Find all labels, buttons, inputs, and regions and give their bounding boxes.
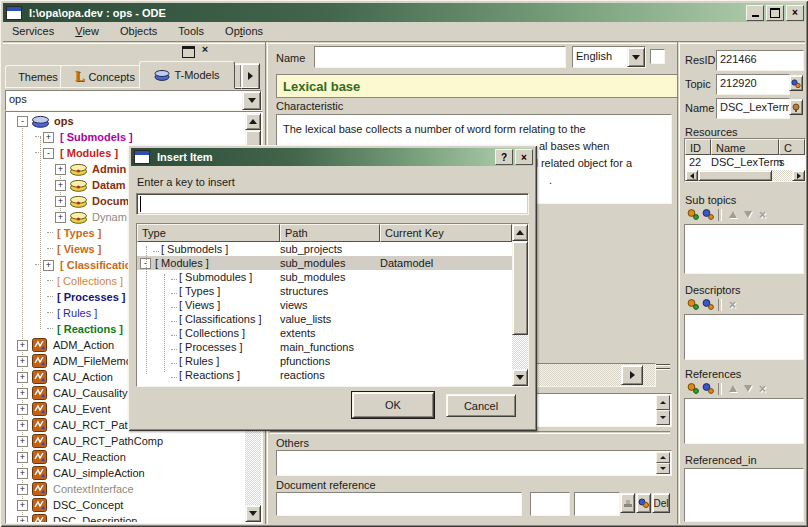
scroll-thumb[interactable] — [512, 241, 528, 335]
tab-concepts[interactable]: L Concepts — [60, 65, 150, 89]
resources-table[interactable]: ID Name C 22 DSC_LexTerm s — [684, 138, 806, 182]
document-reference-open-button[interactable] — [620, 493, 635, 513]
column-current-key[interactable]: Current Key — [380, 224, 512, 242]
menu-objects[interactable]: Objects — [111, 22, 166, 40]
translation-spinner[interactable] — [656, 395, 670, 425]
menu-options[interactable]: Options — [216, 22, 272, 40]
scroll-thumb[interactable] — [698, 170, 772, 181]
expander-icon[interactable]: + — [55, 180, 66, 191]
menu-services[interactable]: Services — [3, 22, 63, 40]
tab-t-models[interactable]: T-Models — [139, 61, 235, 89]
language-checkbox[interactable] — [650, 49, 665, 64]
dialog-titlebar[interactable]: Insert Item ? × — [131, 148, 534, 166]
model-combobox[interactable]: ops — [5, 90, 262, 111]
add-descriptor-icon[interactable] — [685, 298, 700, 311]
delete-icon[interactable]: × — [725, 298, 740, 311]
dialog-help-button[interactable]: ? — [495, 149, 513, 165]
dialog-row-reactions[interactable]: [ Reactions ] reactions — [137, 368, 512, 382]
scroll-up-button[interactable] — [512, 224, 528, 241]
resources-row[interactable]: 22 DSC_LexTerm s — [685, 155, 805, 169]
minimize-button[interactable] — [746, 5, 764, 21]
name-pick-button[interactable] — [789, 99, 803, 115]
tree-item-class[interactable]: +DSC_Description — [7, 513, 245, 522]
add-topic-icon[interactable] — [685, 208, 700, 221]
column-type[interactable]: Type — [137, 224, 280, 242]
topic-pick-button[interactable] — [789, 75, 803, 91]
references-list[interactable] — [684, 398, 804, 444]
ok-button[interactable]: OK — [352, 392, 434, 418]
model-combobox-dropdown-button[interactable] — [242, 91, 261, 110]
move-up-icon[interactable] — [725, 208, 740, 221]
key-input[interactable] — [136, 193, 529, 215]
expander-icon[interactable]: + — [17, 404, 28, 415]
add-reference-icon[interactable] — [685, 382, 700, 395]
resid-input[interactable]: 221466 — [716, 50, 804, 71]
expander-icon[interactable]: + — [17, 468, 28, 479]
resources-col-name[interactable]: Name — [711, 139, 779, 155]
spin-up-button[interactable] — [656, 395, 670, 410]
dialog-row-processes[interactable]: [ Processes ] main_functions — [137, 340, 512, 354]
document-reference-input[interactable] — [276, 492, 522, 516]
hscroll-right-button[interactable] — [621, 365, 643, 385]
tree-item-class[interactable]: +CAU_simpleAction — [7, 465, 245, 481]
tree-item-class[interactable]: +DSC_Concept — [7, 497, 245, 513]
sub-topics-list[interactable] — [684, 224, 804, 274]
delete-icon[interactable]: × — [755, 208, 770, 221]
float-panel-icon[interactable] — [182, 46, 195, 58]
spin-down-button[interactable] — [656, 463, 670, 474]
tree-item-class[interactable]: +CAU_RCT_PathComp — [7, 433, 245, 449]
link-topic-icon[interactable] — [700, 208, 715, 221]
tab-scroll-right-button[interactable] — [241, 63, 260, 89]
spin-up-button[interactable] — [656, 452, 670, 463]
expander-icon[interactable]: - — [43, 148, 54, 159]
resources-col-c[interactable]: C — [779, 139, 805, 155]
expander-icon[interactable]: + — [17, 388, 28, 399]
close-panel-icon[interactable]: × — [199, 43, 211, 57]
expander-icon[interactable]: + — [17, 340, 28, 351]
dialog-row-submodules[interactable]: [ Submodules ] sub_modules — [137, 270, 512, 284]
move-down-icon[interactable] — [740, 382, 755, 395]
expander-icon[interactable]: + — [17, 372, 28, 383]
resources-col-id[interactable]: ID — [685, 139, 711, 155]
dialog-row-collections[interactable]: [ Collections ] extents — [137, 326, 512, 340]
tree-item-class[interactable]: +ContextInterface — [7, 481, 245, 497]
expander-icon[interactable]: + — [43, 132, 54, 143]
expander-icon[interactable]: + — [17, 516, 28, 523]
spin-down-button[interactable] — [656, 410, 670, 425]
tree-scroll-up-button[interactable] — [245, 113, 261, 130]
link-reference-icon[interactable] — [700, 382, 715, 395]
expander-icon[interactable]: + — [17, 436, 28, 447]
document-reference-field-3[interactable] — [574, 492, 620, 516]
expander-icon[interactable]: + — [43, 260, 54, 271]
tree-item-ops[interactable]: -ops — [7, 113, 245, 129]
cancel-button[interactable]: Cancel — [446, 394, 516, 417]
language-combobox[interactable]: English — [572, 46, 646, 68]
maximize-button[interactable] — [766, 5, 784, 21]
tree-scroll-down-button[interactable] — [245, 505, 261, 522]
link-descriptor-icon[interactable] — [700, 298, 715, 311]
name-input[interactable]: DSC_LexTerm — [716, 98, 790, 119]
document-reference-field-2[interactable] — [530, 492, 570, 516]
descriptors-list[interactable] — [684, 314, 804, 360]
document-reference-link-button[interactable] — [636, 493, 651, 513]
others-spinner[interactable] — [656, 452, 670, 474]
expander-icon[interactable]: + — [55, 164, 66, 175]
language-dropdown-button[interactable] — [627, 47, 645, 67]
scroll-down-button[interactable] — [512, 369, 528, 386]
column-path[interactable]: Path — [280, 224, 380, 242]
expander-icon[interactable]: + — [17, 452, 28, 463]
dialog-row-rules[interactable]: [ Rules ] pfunctions — [137, 354, 512, 368]
expander-icon[interactable]: - — [17, 116, 28, 127]
menu-tools[interactable]: Tools — [169, 22, 213, 40]
dialog-vscrollbar[interactable] — [512, 224, 528, 386]
resources-hscrollbar[interactable] — [685, 170, 805, 181]
dialog-row-modules-selected[interactable]: -[ Modules ] sub_modules Datamodel — [137, 256, 512, 270]
expander-icon[interactable]: + — [55, 212, 66, 223]
dialog-close-button[interactable]: × — [515, 149, 533, 165]
tree-item-submodels[interactable]: +[ Submodels ] — [7, 129, 245, 145]
scroll-right-button[interactable] — [792, 170, 805, 181]
others-field[interactable] — [276, 450, 672, 476]
menu-view[interactable]: View — [66, 22, 108, 40]
referenced-in-list[interactable] — [684, 468, 804, 522]
expander-icon[interactable]: + — [17, 484, 28, 495]
